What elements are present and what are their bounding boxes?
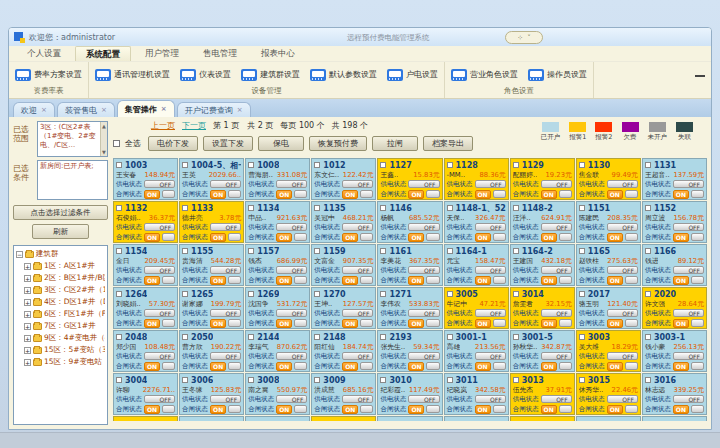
room-card[interactable]: 1008 曹海朋.. 331.08元 供电状态 OFF 合闸状态 ON — [245, 158, 310, 200]
gate-on-button[interactable]: ON — [475, 405, 491, 414]
gate-on-button[interactable]: ON — [144, 190, 160, 199]
room-checkbox[interactable] — [513, 162, 519, 168]
tree-item[interactable]: +15区：9#变电站（2#… — [16, 356, 105, 368]
room-checkbox[interactable] — [645, 291, 651, 297]
room-card[interactable]: 1155 贵海清 544.28元 供电状态 OFF 合闸状态 ON — [179, 244, 244, 286]
gate-on-button[interactable]: ON — [342, 362, 358, 371]
gate-on-button[interactable]: ON — [541, 190, 557, 199]
tree-root[interactable]: − 建筑群 — [16, 248, 105, 260]
room-checkbox[interactable] — [182, 334, 188, 340]
room-card[interactable]: 1133 德井亮 3.78元 供电状态 OFF 合闸状态 ON — [179, 201, 244, 243]
document-tab[interactable]: 开户记费查询× — [177, 102, 251, 117]
gate-off-button[interactable] — [493, 276, 506, 284]
action-button[interactable]: 档案导出 — [423, 136, 473, 151]
ribbon-button[interactable]: 费率方案设置 — [13, 68, 84, 82]
supply-off-button[interactable]: OFF — [144, 309, 175, 317]
tree-item[interactable]: +9区：4#变电井（4#变… — [16, 332, 105, 344]
ribbon-button[interactable]: 通讯管理机设置 — [93, 68, 172, 82]
gate-on-button[interactable]: ON — [408, 233, 424, 242]
supply-off-button[interactable]: OFF — [541, 309, 572, 317]
menu-item[interactable]: 个人设置 — [17, 46, 71, 61]
room-card[interactable]: 1154 金日 209.45元 供电状态 OFF 合闸状态 ON — [113, 244, 178, 286]
gate-on-button[interactable]: ON — [673, 233, 689, 242]
room-card[interactable]: 1012 东文仁.. 122.42元 供电状态 OFF 合闸状态 ON — [311, 158, 376, 200]
room-card[interactable]: 1003 王安春 148.94元 供电状态 OFF 合闸状态 ON — [113, 158, 178, 200]
room-checkbox[interactable] — [513, 205, 519, 211]
room-checkbox[interactable] — [314, 248, 320, 254]
gate-off-button[interactable] — [360, 319, 373, 327]
gate-on-button[interactable]: ON — [210, 276, 226, 285]
gate-off-button[interactable] — [691, 190, 704, 198]
tree-item[interactable]: +1区：A区1#井 — [16, 260, 105, 272]
room-card[interactable]: 1270 王坤.. 127.57元 供电状态 OFF 合闸状态 ON — [311, 287, 376, 329]
room-checkbox[interactable] — [116, 334, 122, 340]
gate-on-button[interactable]: ON — [607, 276, 623, 285]
gate-off-button[interactable] — [426, 319, 439, 327]
gate-on-button[interactable]: ON — [408, 362, 424, 371]
room-checkbox[interactable] — [182, 377, 188, 383]
gate-on-button[interactable]: ON — [607, 319, 623, 328]
room-card[interactable]: 1151 陈建民 208.35元 供电状态 OFF 合闸状态 ON — [576, 201, 641, 243]
chevron-down-icon[interactable]: ˇ — [527, 34, 531, 42]
room-checkbox[interactable] — [447, 377, 453, 383]
gate-on-button[interactable]: ON — [475, 233, 491, 242]
room-checkbox[interactable] — [314, 205, 320, 211]
ribbon-button[interactable]: 营业角色设置 — [449, 68, 520, 82]
supply-off-button[interactable]: OFF — [342, 266, 373, 274]
gate-on-button[interactable]: ON — [408, 405, 424, 414]
gate-on-button[interactable]: ON — [276, 319, 292, 328]
collapse-ribbon-icon[interactable] — [695, 70, 705, 77]
room-checkbox[interactable] — [248, 334, 254, 340]
gate-on-button[interactable]: ON — [210, 190, 226, 199]
room-checkbox[interactable] — [314, 334, 320, 340]
ribbon-button[interactable]: 操作员设置 — [526, 68, 589, 82]
room-checkbox[interactable] — [579, 162, 585, 168]
supply-off-button[interactable]: OFF — [276, 395, 307, 403]
gate-off-button[interactable] — [360, 190, 373, 198]
expand-node-icon[interactable]: + — [24, 287, 31, 294]
room-checkbox[interactable] — [447, 162, 453, 168]
supply-off-button[interactable]: OFF — [475, 180, 506, 188]
supply-off-button[interactable]: OFF — [541, 266, 572, 274]
gate-off-button[interactable] — [691, 319, 704, 327]
room-checkbox[interactable] — [645, 377, 651, 383]
gate-off-button[interactable] — [625, 362, 638, 370]
room-card[interactable]: 2050 曹方欣 190.22元 供电状态 OFF 合闸状态 ON — [179, 330, 244, 372]
room-card[interactable]: 1148-2 汪洋.. 624.91元 供电状态 OFF 合闸状态 ON — [510, 201, 575, 243]
room-card[interactable]: 3014 詹雯君 32.15元 供电状态 OFF 合闸状态 ON — [510, 287, 575, 329]
room-checkbox[interactable] — [116, 205, 122, 211]
supply-off-button[interactable]: OFF — [607, 180, 638, 188]
gate-off-button[interactable] — [559, 190, 572, 198]
supply-off-button[interactable]: OFF — [475, 266, 506, 274]
expand-node-icon[interactable]: + — [24, 347, 31, 354]
action-button[interactable]: 设置下发 — [203, 136, 253, 151]
room-card[interactable]: 3001-5 孙秋华.. 342.87元 供电状态 OFF 合闸状态 ON — [510, 330, 575, 372]
room-card[interactable]: 3016 林志远 339.25元 供电状态 OFF 合闸状态 ON — [642, 373, 707, 415]
supply-off-button[interactable]: OFF — [276, 223, 307, 231]
supply-off-button[interactable]: OFF — [144, 352, 175, 360]
room-checkbox[interactable] — [182, 291, 188, 297]
menu-item[interactable]: 售电管理 — [193, 46, 247, 61]
gate-off-button[interactable] — [625, 319, 638, 327]
gate-off-button[interactable] — [493, 319, 506, 327]
room-card[interactable]: 1130 焦金联 99.49元 供电状态 OFF 合闸状态 ON — [576, 158, 641, 200]
gate-on-button[interactable]: ON — [144, 362, 160, 371]
expand-node-icon[interactable]: + — [24, 311, 31, 318]
menu-item[interactable]: 用户管理 — [135, 46, 189, 61]
supply-off-button[interactable]: OFF — [607, 309, 638, 317]
collapse-node-icon[interactable]: − — [16, 251, 23, 258]
supply-off-button[interactable]: OFF — [276, 309, 307, 317]
room-card[interactable]: 1164-2 王建国 432.18元 供电状态 OFF 合闸状态 ON — [510, 244, 575, 286]
tree-item[interactable]: +2区：B区1#井/B区1#井 — [16, 272, 105, 284]
gate-on-button[interactable]: ON — [144, 276, 160, 285]
refresh-button[interactable]: 刷新 — [32, 224, 89, 239]
room-card[interactable]: 3011 纪晓岚 342.58元 供电状态 OFF 合闸状态 ON — [444, 373, 509, 415]
room-card[interactable]: 3003-1 钱小豪 256.13元 供电状态 OFF 合闸状态 ON — [642, 330, 707, 372]
gate-on-button[interactable]: ON — [607, 190, 623, 199]
gate-on-button[interactable]: ON — [541, 362, 557, 371]
room-card[interactable]: 1127 王鑫.. 15.83元 供电状态 OFF 合闸状态 ON — [377, 158, 442, 200]
gate-off-button[interactable] — [228, 319, 241, 327]
supply-off-button[interactable]: OFF — [210, 180, 241, 188]
room-card[interactable]: 3006 王冬缘 125.83元 供电状态 OFF 合闸状态 ON — [179, 373, 244, 415]
gate-on-button[interactable]: ON — [276, 405, 292, 414]
